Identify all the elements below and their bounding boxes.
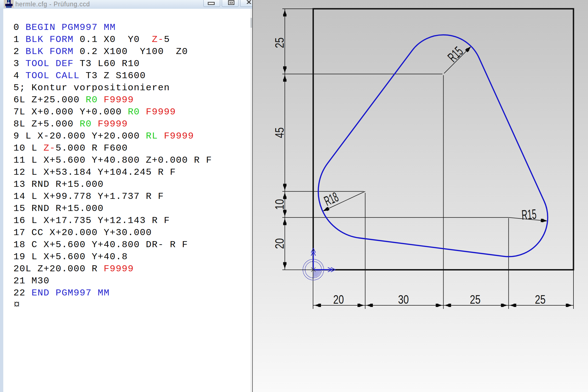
svg-text:10: 10 — [273, 199, 286, 210]
svg-text:30: 30 — [398, 293, 409, 306]
svg-text:20: 20 — [333, 293, 344, 306]
svg-text:R15: R15 — [521, 206, 537, 223]
svg-text:R18: R18 — [322, 189, 341, 209]
svg-text:25: 25 — [273, 38, 286, 48]
svg-text:25: 25 — [535, 293, 546, 306]
svg-text:45: 45 — [273, 127, 286, 138]
svg-text:25: 25 — [470, 293, 481, 306]
svg-text:20: 20 — [273, 238, 286, 249]
svg-text:R15: R15 — [445, 44, 466, 65]
